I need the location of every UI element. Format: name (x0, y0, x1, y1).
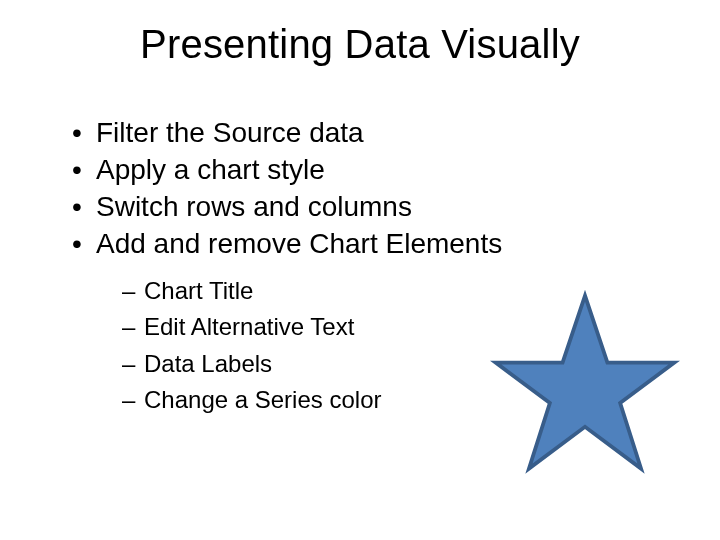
bullet-text: Apply a chart style (96, 154, 325, 185)
sub-bullet-text: Data Labels (144, 350, 272, 377)
sub-bullet-text: Chart Title (144, 277, 253, 304)
slide: Presenting Data Visually Filter the Sour… (0, 0, 720, 540)
bullet-item: Apply a chart style (66, 152, 680, 187)
bullet-item: Filter the Source data (66, 115, 680, 150)
star-icon (490, 290, 680, 480)
sub-bullet-text: Change a Series color (144, 386, 381, 413)
bullet-text: Switch rows and columns (96, 191, 412, 222)
bullet-list: Filter the Source data Apply a chart sty… (66, 115, 680, 261)
bullet-item: Switch rows and columns (66, 189, 680, 224)
bullet-text: Filter the Source data (96, 117, 364, 148)
sub-bullet-text: Edit Alternative Text (144, 313, 354, 340)
slide-title: Presenting Data Visually (0, 22, 720, 67)
bullet-text: Add and remove Chart Elements (96, 228, 502, 259)
bullet-item: Add and remove Chart Elements (66, 226, 680, 261)
